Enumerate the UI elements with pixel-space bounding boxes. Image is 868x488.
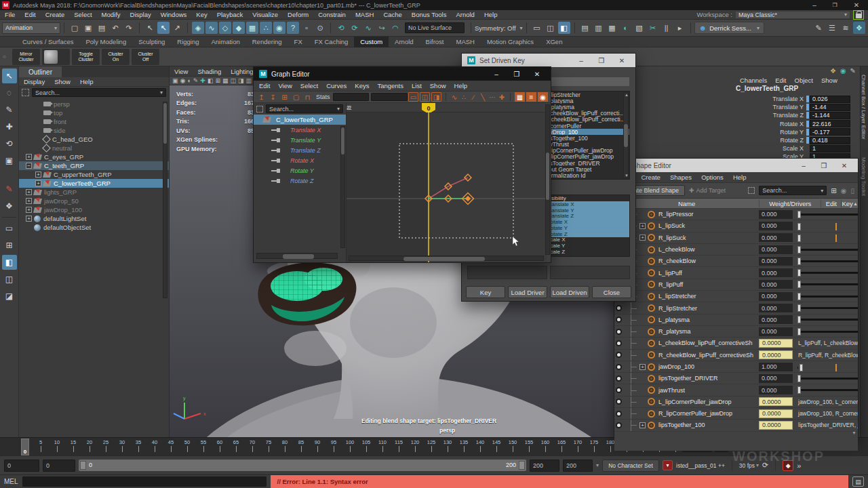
layout-persp-outliner[interactable]: ◧ bbox=[2, 255, 17, 270]
range-handle-left[interactable] bbox=[80, 461, 86, 470]
layout-hypershade[interactable]: ◪ bbox=[2, 289, 17, 304]
script-editor-icon[interactable]: ▤ bbox=[852, 476, 864, 487]
cut-keys-icon[interactable]: ✂ bbox=[647, 22, 659, 34]
select-component-icon[interactable]: ↖ bbox=[157, 22, 170, 34]
weight-slider[interactable] bbox=[796, 268, 858, 277]
buffer-snapshot-icon[interactable]: ▦ bbox=[515, 92, 525, 102]
render-settings-icon[interactable]: ▦ bbox=[606, 22, 618, 34]
ge-channel-row[interactable]: Rotate Z bbox=[254, 176, 346, 186]
weight-value-field[interactable]: 0.0000 bbox=[759, 397, 793, 406]
menu-item[interactable]: Help bbox=[479, 11, 502, 18]
folder-open-icon[interactable]: ▣ bbox=[82, 22, 94, 34]
lattice-deform-keys-icon[interactable]: ⊞ bbox=[279, 92, 290, 102]
snap-surface-icon[interactable]: ∴ bbox=[260, 22, 272, 34]
field-chart-icon[interactable]: ▥ bbox=[246, 77, 252, 84]
expand-toggle[interactable]: + bbox=[639, 235, 646, 241]
gate-mask-icon[interactable]: ◨ bbox=[238, 77, 244, 84]
fps-dropdown[interactable]: 30 fps ▾ bbox=[739, 462, 759, 469]
graph-editor-menu-item[interactable]: Edit bbox=[255, 82, 274, 89]
outliner-tab[interactable]: Outliner bbox=[19, 66, 62, 77]
region-select-icon[interactable]: ▢ bbox=[291, 92, 301, 102]
minimize-button[interactable]: – bbox=[573, 57, 589, 64]
playblast-icon[interactable]: ▧ bbox=[633, 22, 646, 34]
channel-box-menu-item[interactable]: Object bbox=[791, 77, 817, 84]
weight-slider[interactable] bbox=[796, 222, 804, 230]
pause-icon[interactable]: || bbox=[660, 22, 673, 34]
save-icon[interactable]: ▤ bbox=[96, 22, 108, 34]
grease-pencil-icon[interactable]: ◧ bbox=[208, 77, 214, 84]
sdk-button[interactable]: Close bbox=[592, 286, 631, 298]
outliner-item[interactable]: + C_eyes_GRP bbox=[19, 152, 169, 161]
outliner-item[interactable]: defaultObjectSet bbox=[19, 223, 169, 232]
layout-four-pane[interactable]: ⊞ bbox=[2, 238, 17, 253]
evaluation-manager-icon[interactable]: » bbox=[797, 462, 801, 470]
weight-slider-zone[interactable]: jawDrop_100, R_cornerPull bbox=[796, 409, 858, 418]
weight-slider[interactable] bbox=[796, 292, 858, 301]
ge-channel-row[interactable]: Translate Z bbox=[254, 145, 346, 155]
channel-box-menu-item[interactable]: Show bbox=[817, 77, 842, 84]
outliner-item[interactable]: neutral bbox=[19, 144, 169, 152]
symmetry-dropdown[interactable]: Symmetry: Off bbox=[475, 24, 516, 32]
shelf-tab[interactable]: Custom bbox=[354, 37, 389, 47]
ipr-render-icon[interactable]: ▥ bbox=[593, 22, 605, 34]
column-weight[interactable]: Weight/Drivers bbox=[759, 200, 821, 207]
weight-value-field[interactable]: 0.000 bbox=[759, 233, 793, 242]
weight-slider[interactable] bbox=[796, 304, 858, 312]
menu-item[interactable]: Playback bbox=[212, 11, 248, 18]
ge-hscrollbar[interactable] bbox=[349, 256, 544, 261]
linear-tangent-icon[interactable]: ∕ bbox=[469, 92, 477, 102]
grid-toggle-icon[interactable]: ⊞ bbox=[215, 77, 220, 84]
ge-tree-scrollbar[interactable] bbox=[340, 126, 345, 248]
workspace-dropdown[interactable]: Maya Classic* ▾ bbox=[735, 11, 850, 19]
shelf-tab[interactable]: Sculpting bbox=[132, 37, 171, 47]
menu-item[interactable]: Create bbox=[41, 11, 70, 18]
target-name[interactable]: lipsTogether_100 bbox=[658, 422, 759, 428]
column-edit[interactable]: Edit bbox=[821, 200, 841, 207]
menu-item[interactable]: MASH bbox=[351, 11, 378, 18]
output-connections-icon[interactable]: ⟳ bbox=[349, 22, 361, 34]
ge-curve-canvas[interactable] bbox=[347, 113, 547, 262]
delete-icon[interactable]: ▯ bbox=[850, 187, 854, 195]
minimize-button[interactable]: – bbox=[795, 162, 812, 169]
weight-slider-zone[interactable] bbox=[796, 292, 858, 301]
weight-slider-zone[interactable] bbox=[796, 386, 858, 394]
snap-grid-icon[interactable]: ◈ bbox=[192, 22, 204, 34]
menu-item[interactable]: Arnold bbox=[451, 11, 479, 18]
expand-toggle[interactable]: + bbox=[35, 171, 41, 178]
menu-item[interactable]: Cache bbox=[378, 11, 406, 18]
two-d-pan-icon[interactable]: ✚ bbox=[200, 77, 205, 84]
graph-editor-menu-item[interactable]: List bbox=[408, 82, 426, 89]
weight-slider[interactable] bbox=[796, 374, 858, 383]
speed-dial-icon[interactable]: ◉ bbox=[840, 67, 846, 75]
outliner-item[interactable]: + lights_GRP bbox=[19, 188, 169, 197]
normalized-view-icon[interactable]: ◨ bbox=[431, 92, 441, 102]
shape-editor-title-bar[interactable]: M Shape Editor – ❒ ✕ bbox=[614, 159, 858, 172]
target-name[interactable]: R_platysma bbox=[658, 328, 759, 335]
select-tool-icon[interactable]: ↖ bbox=[144, 22, 156, 34]
snap-projected-center-icon[interactable]: ◆ bbox=[233, 22, 245, 34]
weight-slider-zone[interactable]: lipsTogether_DRIVER, jawD bbox=[796, 421, 858, 430]
shelf-tab[interactable]: FX Caching bbox=[309, 37, 355, 47]
animation-end-field[interactable]: 200 bbox=[563, 460, 593, 472]
single-pane-layout-icon[interactable]: ▭ bbox=[531, 22, 543, 34]
weight-slider[interactable] bbox=[796, 280, 858, 289]
ge-channel-row[interactable]: Translate Y bbox=[254, 135, 346, 145]
target-name[interactable]: R_lipSuck bbox=[658, 235, 759, 241]
shelf-button[interactable]: Toggle Cluster bbox=[72, 49, 100, 65]
weight-slider-zone[interactable] bbox=[796, 315, 858, 324]
grease-pencil-icon[interactable]: ✎ bbox=[812, 22, 825, 34]
menu-item[interactable]: Display bbox=[125, 11, 156, 18]
symmetry-tool[interactable]: ❖ bbox=[2, 199, 17, 214]
shelf-tab[interactable]: Arnold bbox=[389, 37, 419, 47]
paint-select-tool[interactable]: ✎ bbox=[2, 102, 17, 117]
graph-editor-menu-item[interactable]: Tangents bbox=[373, 82, 408, 89]
weight-slider[interactable] bbox=[796, 386, 858, 394]
shelf-button[interactable]: Cluster Off bbox=[132, 49, 159, 65]
target-name[interactable]: R_lipPuff bbox=[658, 281, 759, 288]
weight-value-field[interactable]: 0.0000 bbox=[759, 421, 793, 430]
expand-toggle[interactable]: − bbox=[26, 163, 32, 169]
retime-icon[interactable]: ⊓ bbox=[302, 92, 313, 102]
menu-item[interactable]: Edit bbox=[20, 11, 40, 18]
stats-value-field[interactable] bbox=[371, 93, 408, 101]
weight-slider-zone[interactable] bbox=[796, 280, 858, 289]
